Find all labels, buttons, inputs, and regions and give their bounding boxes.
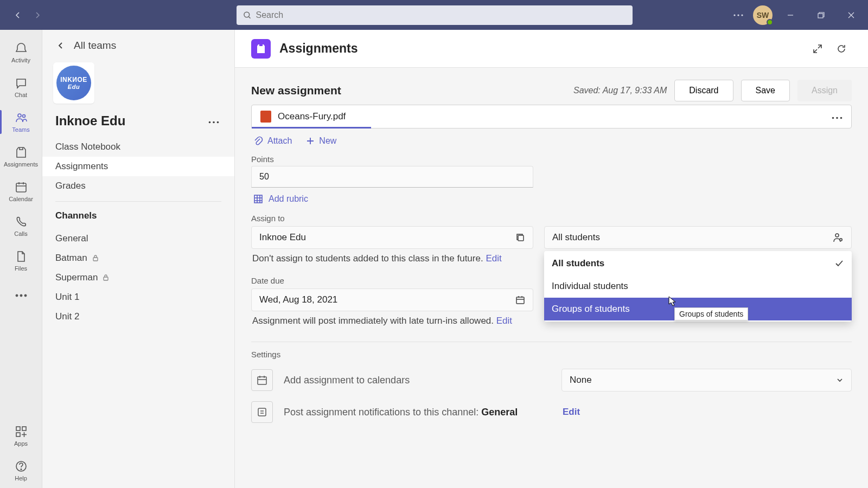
rail-files[interactable]: Files bbox=[0, 243, 42, 278]
sidebar-item-assignments[interactable]: Assignments bbox=[42, 157, 234, 176]
window-minimize[interactable] bbox=[778, 6, 803, 24]
search-input[interactable] bbox=[256, 10, 626, 20]
channel-unit-1[interactable]: Unit 1 bbox=[42, 287, 234, 307]
sidebar-separator bbox=[55, 201, 221, 202]
save-button[interactable]: Save bbox=[741, 80, 790, 101]
rail-assignments[interactable]: Assignments bbox=[0, 139, 42, 174]
settings-label: Settings bbox=[251, 350, 852, 359]
rail-calls[interactable]: Calls bbox=[0, 209, 42, 243]
window-maximize[interactable] bbox=[808, 6, 833, 24]
edit-channel-link[interactable]: Edit bbox=[561, 407, 852, 418]
team-name: Inknoe Edu bbox=[55, 113, 206, 129]
svg-point-2 bbox=[737, 14, 739, 16]
team-more-button[interactable] bbox=[206, 114, 221, 127]
svg-point-21 bbox=[832, 117, 834, 119]
svg-rect-11 bbox=[16, 427, 20, 431]
edit-schedule-link[interactable]: Edit bbox=[496, 316, 512, 326]
sidebar-item-grades[interactable]: Grades bbox=[42, 176, 234, 196]
svg-rect-29 bbox=[258, 377, 266, 384]
svg-point-23 bbox=[840, 117, 843, 119]
assign-button: Assign bbox=[797, 80, 852, 101]
lock-icon bbox=[92, 254, 99, 262]
rail-label: Teams bbox=[12, 126, 29, 133]
forward-button[interactable] bbox=[28, 6, 47, 24]
rail-activity[interactable]: Activity bbox=[0, 35, 42, 70]
channel-superman[interactable]: Superman bbox=[42, 268, 234, 287]
rail-label: Activity bbox=[11, 57, 30, 63]
add-rubric-button[interactable]: Add rubric bbox=[251, 188, 852, 205]
svg-point-17 bbox=[213, 121, 215, 124]
search-box[interactable] bbox=[237, 5, 633, 25]
future-students-note: Don't assign to students added to this c… bbox=[251, 249, 533, 268]
window-close[interactable] bbox=[839, 6, 864, 24]
rail-more[interactable] bbox=[0, 278, 42, 313]
dropdown-individual-students[interactable]: Individual students bbox=[544, 275, 852, 298]
dropdown-all-students[interactable]: All students bbox=[544, 252, 852, 275]
edit-future-link[interactable]: Edit bbox=[486, 253, 501, 264]
channel-batman[interactable]: Batman bbox=[42, 248, 234, 268]
svg-point-6 bbox=[22, 115, 25, 118]
back-button[interactable] bbox=[9, 6, 27, 24]
attached-file[interactable]: Oceans-Fury.pdf bbox=[251, 105, 852, 129]
rail-apps[interactable]: Apps bbox=[0, 419, 42, 453]
svg-point-8 bbox=[16, 294, 18, 297]
date-due-input[interactable]: Wed, Aug 18, 2021 bbox=[251, 288, 533, 311]
lock-icon bbox=[102, 274, 110, 281]
svg-point-3 bbox=[741, 14, 743, 16]
copy-icon bbox=[515, 233, 525, 242]
points-input[interactable]: 50 bbox=[251, 166, 533, 188]
refresh-button[interactable] bbox=[831, 38, 852, 59]
assign-to-class-select[interactable]: Inknoe Edu bbox=[251, 226, 533, 249]
discard-button[interactable]: Discard bbox=[674, 80, 733, 101]
svg-point-26 bbox=[835, 234, 839, 237]
upload-progress bbox=[252, 127, 371, 129]
svg-rect-20 bbox=[104, 277, 108, 280]
assign-to-label: Assign to bbox=[251, 214, 852, 223]
form-heading: New assignment bbox=[251, 84, 341, 97]
calendar-setting-label: Add assignment to calendars bbox=[284, 375, 410, 386]
attach-button[interactable]: Attach bbox=[253, 136, 292, 146]
rail-label: Apps bbox=[14, 440, 28, 447]
svg-point-18 bbox=[217, 121, 219, 124]
sidebar-item-class-notebook[interactable]: Class Notebook bbox=[42, 137, 234, 157]
channel-setting-icon bbox=[251, 401, 273, 423]
search-icon bbox=[243, 11, 251, 20]
svg-point-5 bbox=[18, 114, 21, 117]
calendar-setting-select[interactable]: None bbox=[561, 369, 852, 391]
svg-point-10 bbox=[24, 294, 27, 297]
rail-label: Assignments bbox=[4, 161, 38, 168]
svg-point-22 bbox=[836, 117, 838, 119]
channel-setting-label: Post assignment notifications to this ch… bbox=[284, 407, 518, 418]
assign-to-students-select[interactable]: All students bbox=[544, 226, 852, 249]
all-teams-label[interactable]: All teams bbox=[74, 40, 116, 52]
chevron-down-icon bbox=[836, 376, 844, 384]
team-tile[interactable]: INKИOE Edu bbox=[53, 62, 94, 104]
rail-label: Calls bbox=[14, 230, 27, 237]
svg-rect-7 bbox=[16, 183, 26, 192]
user-avatar[interactable]: SW bbox=[753, 5, 773, 25]
svg-point-15 bbox=[21, 469, 22, 470]
rail-help[interactable]: Help bbox=[0, 453, 42, 488]
rail-label: Files bbox=[15, 265, 27, 272]
rail-calendar[interactable]: Calendar bbox=[0, 174, 42, 209]
file-more-button[interactable] bbox=[832, 112, 843, 121]
points-label: Points bbox=[251, 155, 852, 164]
channel-unit-2[interactable]: Unit 2 bbox=[42, 307, 234, 326]
all-teams-back[interactable] bbox=[55, 40, 66, 51]
rail-chat[interactable]: Chat bbox=[0, 70, 42, 105]
channel-general[interactable]: General bbox=[42, 229, 234, 248]
svg-rect-19 bbox=[93, 258, 98, 261]
channels-header: Channels bbox=[42, 208, 234, 226]
expand-button[interactable] bbox=[807, 38, 828, 59]
rail-teams[interactable]: Teams bbox=[0, 105, 42, 139]
check-icon bbox=[834, 259, 844, 268]
svg-point-0 bbox=[244, 12, 250, 17]
tooltip: Groups of students bbox=[674, 307, 748, 320]
avatar-initials: SW bbox=[757, 11, 769, 20]
svg-rect-25 bbox=[518, 235, 524, 241]
new-button[interactable]: New bbox=[306, 136, 336, 146]
svg-point-1 bbox=[733, 14, 735, 16]
titlebar-more-button[interactable] bbox=[729, 6, 748, 24]
rail-label: Calendar bbox=[9, 196, 33, 202]
person-add-icon bbox=[833, 232, 844, 243]
